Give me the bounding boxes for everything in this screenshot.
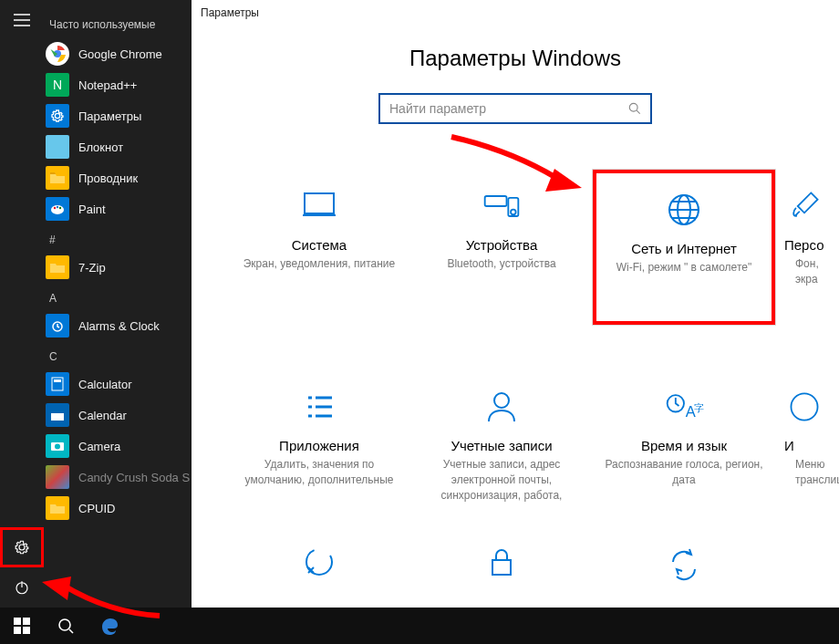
group-hash-header[interactable]: # (44, 224, 192, 252)
svg-point-32 (59, 619, 70, 630)
most-used-header: Часто используемые (44, 11, 192, 38)
search-placeholder: Найти параметр (389, 101, 486, 116)
tile-sub: Учетные записи, адрес электронной почты,… (410, 457, 593, 503)
devices-icon (482, 186, 522, 226)
tile-title: Учетные записи (451, 438, 552, 453)
app-label: Параметры (78, 109, 141, 123)
gaming-icon (784, 387, 824, 427)
tile-network[interactable]: Сеть и Интернет Wi-Fi, режим " в самолет… (593, 170, 775, 325)
monitor-icon (299, 186, 339, 226)
app-7zip[interactable]: 7-Zip (44, 252, 192, 283)
app-label: Проводник (78, 171, 138, 185)
hamburger-icon[interactable] (0, 0, 44, 40)
start-menu-list: Часто используемые Google Chrome N Notep… (44, 0, 192, 608)
edge-icon[interactable] (88, 608, 131, 644)
app-label: Camera (78, 440, 120, 453)
app-label: Alarms & Clock (78, 319, 160, 333)
svg-rect-31 (23, 627, 30, 634)
tile-title: Персо (784, 237, 823, 253)
search-input[interactable]: Найти параметр (378, 93, 652, 124)
cortana-search-icon[interactable] (44, 608, 88, 644)
tile-devices[interactable]: Устройства Bluetooth, устройства (410, 170, 593, 325)
time-language-icon: A字 (664, 387, 704, 427)
app-label: Paint (78, 203, 106, 216)
svg-rect-17 (508, 198, 518, 216)
search-icon (628, 102, 641, 115)
settings-tiles-row3 (192, 525, 839, 598)
svg-point-4 (54, 207, 56, 209)
app-label: Google Chrome (78, 47, 162, 61)
group-c-header[interactable]: C (44, 341, 192, 369)
taskbar (0, 608, 839, 644)
svg-point-5 (57, 206, 58, 208)
tile-title: Сеть и Интернет (631, 241, 737, 256)
svg-point-21 (494, 393, 509, 408)
tile-apps[interactable]: Приложения Удалить, значения по умолчани… (228, 370, 410, 525)
tile-time-language[interactable]: A字 Время и язык Распознавание голоса, ре… (593, 370, 775, 525)
app-google-chrome[interactable]: Google Chrome (44, 38, 192, 69)
tile-system[interactable]: Система Экран, уведомления, питание (228, 170, 410, 325)
tile-update[interactable] (593, 525, 775, 598)
svg-rect-15 (305, 193, 334, 213)
tile-title: Приложения (279, 438, 359, 453)
svg-point-18 (511, 210, 516, 215)
svg-rect-27 (492, 560, 511, 575)
svg-rect-16 (485, 196, 507, 206)
globe-icon (664, 190, 704, 230)
window-title: Параметры (192, 0, 839, 27)
svg-rect-29 (23, 618, 30, 625)
person-icon (482, 387, 522, 427)
tile-personalization[interactable]: Персо Фон, экра (775, 170, 839, 325)
ease-icon (299, 542, 339, 582)
settings-icon[interactable] (0, 527, 44, 567)
app-camera[interactable]: Camera (44, 431, 192, 462)
app-alarms[interactable]: Alarms & Clock (44, 310, 192, 341)
tile-title: Время и язык (641, 438, 727, 453)
app-cpuid[interactable]: CPUID (44, 493, 192, 524)
app-label: Candy Crush Soda S (78, 471, 190, 484)
app-label: Блокнот (78, 140, 123, 154)
tile-sub: Wi-Fi, режим " в самолете" (606, 260, 762, 275)
group-a-header[interactable]: A (44, 283, 192, 310)
tile-ease[interactable] (228, 525, 410, 598)
app-settings[interactable]: Параметры (44, 100, 192, 131)
svg-point-13 (55, 444, 60, 450)
lock-icon (482, 542, 522, 582)
tile-privacy[interactable] (410, 525, 593, 598)
app-label: Calculator (78, 378, 132, 391)
power-icon[interactable] (0, 567, 44, 608)
start-menu-rail (0, 0, 44, 608)
tile-accounts[interactable]: Учетные записи Учетные записи, адрес эле… (410, 370, 593, 525)
tile-gaming[interactable]: И Меню транслиц (775, 370, 839, 525)
tile-sub: Распознавание голоса, регион, дата (593, 457, 775, 488)
svg-text:字: 字 (694, 403, 704, 414)
tile-sub: Фон, экра (784, 256, 839, 287)
list-icon (299, 387, 339, 427)
tile-title: Устройства (466, 237, 537, 253)
app-notepadpp[interactable]: N Notepad++ (44, 69, 192, 100)
svg-rect-30 (14, 627, 21, 634)
page-title: Параметры Windows (192, 46, 839, 71)
app-label: Notepad++ (78, 78, 137, 92)
svg-point-14 (629, 103, 637, 111)
svg-point-6 (59, 207, 61, 209)
app-label: Calendar (78, 409, 127, 422)
settings-tiles-row1: Система Экран, уведомления, питание Устр… (192, 170, 839, 325)
app-paint[interactable]: Paint (44, 193, 192, 224)
app-explorer[interactable]: Проводник (44, 162, 192, 193)
app-calendar[interactable]: Calendar (44, 400, 192, 431)
app-candycrush[interactable]: Candy Crush Soda S (44, 462, 192, 493)
tile-sub: Экран, уведомления, питание (233, 256, 407, 272)
tile-sub: Удалить, значения по умолчанию, дополнит… (228, 457, 410, 488)
tile-sub: Bluetooth, устройства (436, 256, 566, 272)
start-button[interactable] (0, 608, 44, 644)
settings-body: Параметры Windows Найти параметр Система… (192, 27, 839, 598)
app-notepad[interactable]: Блокнот (44, 131, 192, 162)
settings-window: Параметры Параметры Windows Найти параме… (192, 0, 839, 608)
app-calculator[interactable]: Calculator (44, 369, 192, 400)
svg-point-25 (791, 393, 817, 420)
tile-title: Система (292, 237, 347, 253)
app-label: 7-Zip (78, 261, 106, 275)
app-label: CPUID (78, 502, 115, 515)
brush-icon (784, 186, 824, 226)
